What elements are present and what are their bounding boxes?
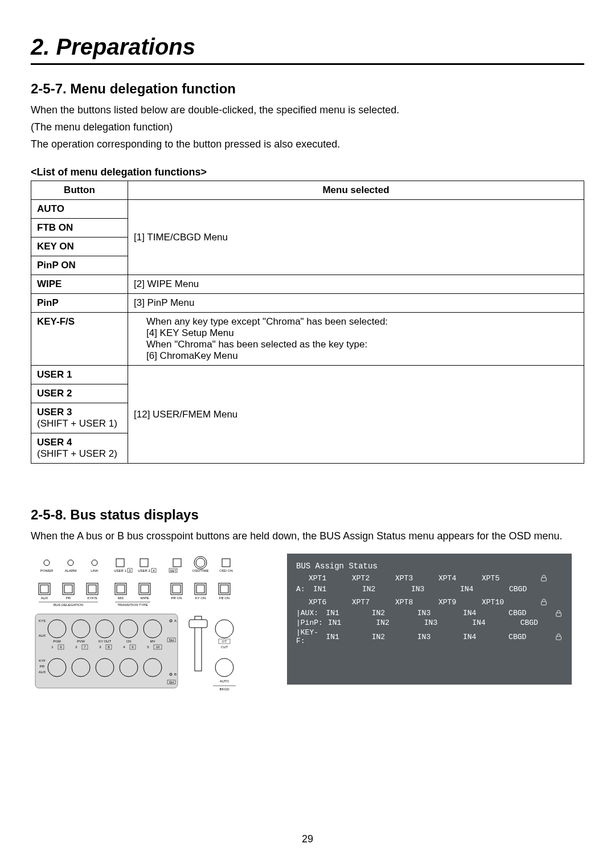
table-row: WIPE [2] WIPE Menu: [31, 275, 584, 294]
table-header-menu: Menu selected: [128, 181, 584, 200]
menu-cell: When any key type except "Chroma" has be…: [128, 313, 584, 366]
svg-rect-3: [116, 559, 124, 567]
button-cell: WIPE: [31, 275, 128, 294]
delegation-table: Button Menu selected AUTO [1] TIME/CBGD …: [31, 181, 584, 464]
svg-text:PR ON: PR ON: [171, 596, 182, 600]
section-257-para2: (The menu delegation function): [31, 120, 584, 134]
button-cell: USER 2: [31, 384, 128, 403]
svg-point-0: [44, 560, 50, 566]
table-header-button: Button: [31, 181, 128, 200]
section-257-heading: 2-5-7. Menu delegation function: [31, 81, 584, 97]
label-osdon: OSD ON: [219, 569, 233, 572]
menu-cell: [3] PinP Menu: [128, 294, 584, 313]
svg-rect-96: [542, 578, 547, 582]
lock-icon: [525, 598, 563, 606]
svg-rect-98: [556, 613, 561, 616]
section-258-para1: When the A bus or B bus crosspoint butto…: [31, 529, 584, 543]
label-power: POWER: [40, 569, 54, 572]
osd-row-aux: |AUX: IN1 IN2 IN3 IN4 CBGD: [296, 609, 563, 617]
lock-icon: [554, 633, 563, 641]
svg-rect-23: [141, 585, 149, 593]
svg-rect-42: [35, 614, 178, 688]
menu-line: [4] KEY Setup Menu: [146, 327, 234, 338]
section-257-para1: When the buttons listed below are double…: [31, 103, 584, 117]
svg-text:KY OUT: KY OUT: [99, 640, 112, 643]
svg-text:CN: CN: [126, 640, 132, 643]
svg-text:MV: MV: [150, 640, 155, 643]
svg-rect-25: [173, 585, 181, 593]
table-row: AUTO [1] TIME/CBGD Menu: [31, 200, 584, 219]
menu-cell: [12] USER/FMEM Menu: [128, 366, 584, 464]
svg-rect-87: [189, 620, 207, 628]
svg-text:SH: SH: [169, 681, 174, 684]
osd-display: BUS Assign Status XPT1 XPT2 XPT3 XPT4 XP…: [287, 554, 572, 685]
svg-text:AUTO: AUTO: [220, 679, 229, 683]
osd-row-keyf: |KEY-F: IN1 IN2 IN3 IN4 CBGD: [296, 628, 563, 645]
svg-text:PVW: PVW: [77, 640, 85, 643]
chapter-title: 2. Preparations: [31, 34, 584, 65]
section-257-para3: The operation corresponding to the butto…: [31, 137, 584, 152]
svg-text:WIPE: WIPE: [140, 596, 149, 600]
svg-text:KYF/S: KYF/S: [87, 596, 97, 600]
osd-row-pinp: |PinP: IN1 IN2 IN3 IN4 CBGD: [296, 619, 563, 627]
svg-text:KYS: KYS: [39, 619, 46, 623]
svg-rect-15: [40, 585, 48, 593]
svg-text:PR: PR: [40, 665, 45, 668]
svg-text:BKGD: BKGD: [219, 687, 229, 691]
svg-text:10: 10: [156, 645, 160, 649]
osd-col-heads2: XPT6 XPT7 XPT8 XPT9 XPT10: [309, 598, 563, 607]
button-cell: KEY-F/S: [31, 313, 128, 366]
svg-rect-17: [64, 585, 72, 593]
svg-rect-99: [556, 637, 561, 640]
svg-text:3: 3: [129, 569, 131, 572]
svg-text:4: 4: [153, 569, 155, 572]
table-caption: <List of menu delegation functions>: [31, 166, 584, 178]
svg-text:MIX: MIX: [118, 596, 124, 600]
button-sublabel: (SHIFT + USER 1): [37, 418, 122, 429]
svg-rect-5: [173, 559, 181, 567]
label-set: SET: [170, 569, 177, 572]
menu-line: When any key type except "Chroma" has be…: [146, 316, 388, 327]
svg-text:B: B: [174, 673, 177, 676]
button-cell: USER 3 (SHIFT + USER 1): [31, 403, 128, 433]
label-osdtime: OSD/TIME: [192, 569, 208, 572]
svg-text:KY ON: KY ON: [195, 596, 206, 600]
svg-rect-21: [117, 585, 125, 593]
svg-text:OT: OT: [222, 640, 227, 643]
svg-text:PGM: PGM: [53, 640, 61, 643]
page-number: 29: [0, 833, 615, 845]
svg-text:CUT: CUT: [221, 645, 228, 649]
osd-title: BUS Assign Status: [296, 562, 563, 571]
menu-line: When "Chroma" has been selected as the k…: [146, 339, 367, 350]
button-cell: AUTO: [31, 200, 128, 219]
section-258-heading: 2-5-8. Bus status displays: [31, 507, 584, 523]
label-user2: USER 2: [138, 569, 150, 572]
svg-text:AUX: AUX: [41, 596, 48, 600]
svg-text:AUX: AUX: [39, 670, 46, 674]
svg-text:PR: PR: [66, 596, 71, 600]
svg-text:SH: SH: [169, 638, 174, 642]
table-row: PinP [3] PinP Menu: [31, 294, 584, 313]
svg-rect-19: [88, 585, 96, 593]
menu-line: [6] ChromaKey Menu: [146, 350, 238, 361]
button-sublabel: (SHIFT + USER 2): [37, 448, 122, 460]
svg-text:AUX: AUX: [39, 634, 46, 637]
label-link: LINK: [91, 569, 98, 572]
svg-rect-8: [222, 559, 230, 567]
lock-icon: [554, 609, 563, 617]
svg-point-92: [215, 658, 233, 677]
osd-col-heads: XPT1 XPT2 XPT3 XPT4 XPT5: [309, 574, 563, 583]
svg-point-7: [196, 558, 205, 567]
svg-rect-97: [542, 602, 547, 605]
button-cell: PinP ON: [31, 256, 128, 275]
button-cell: USER 1: [31, 366, 128, 384]
menu-cell: [1] TIME/CBGD Menu: [128, 200, 584, 275]
svg-point-88: [215, 620, 233, 638]
svg-point-2: [92, 560, 97, 566]
table-row: KEY-F/S When any key type except "Chroma…: [31, 313, 584, 366]
svg-text:BUS DELEGATION: BUS DELEGATION: [54, 603, 83, 607]
svg-text:FB ON: FB ON: [219, 596, 229, 600]
table-row: USER 1 [12] USER/FMEM Menu: [31, 366, 584, 384]
svg-rect-29: [220, 585, 228, 593]
svg-text:TRANSITION TYPE: TRANSITION TYPE: [117, 603, 148, 607]
